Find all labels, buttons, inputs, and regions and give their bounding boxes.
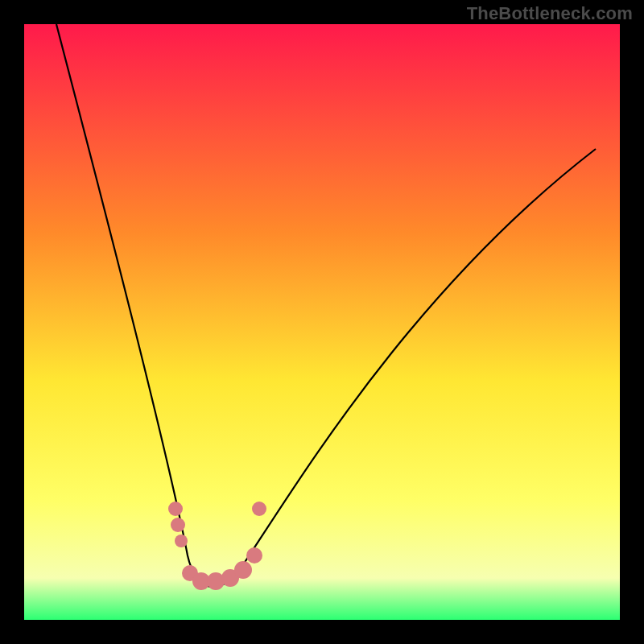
watermark-text: TheBottleneck.com — [467, 3, 633, 24]
bottleneck-chart — [24, 24, 620, 620]
marker-dot — [246, 547, 262, 564]
plot-background — [24, 24, 620, 620]
outer-frame: TheBottleneck.com — [0, 0, 644, 644]
marker-dot — [171, 518, 185, 532]
marker-dot — [252, 502, 266, 516]
marker-dot — [234, 561, 252, 579]
marker-dot — [168, 502, 183, 516]
marker-dot — [175, 535, 188, 547]
